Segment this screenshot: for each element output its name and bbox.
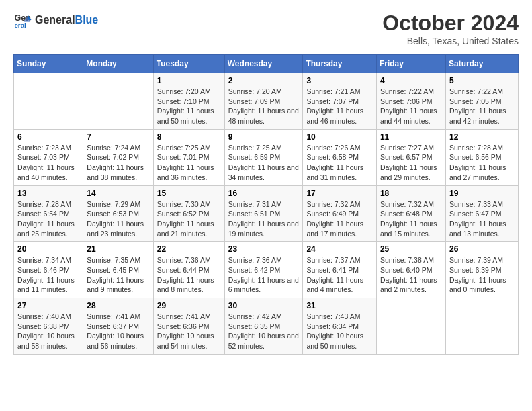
- day-info: Sunrise: 7:41 AM Sunset: 6:36 PM Dayligh…: [157, 312, 221, 351]
- weekday-header: Tuesday: [153, 55, 224, 73]
- calendar-cell: 4Sunrise: 7:22 AM Sunset: 7:06 PM Daylig…: [376, 73, 445, 130]
- day-info: Sunrise: 7:38 AM Sunset: 6:40 PM Dayligh…: [380, 255, 442, 295]
- calendar-week-row: 27Sunrise: 7:40 AM Sunset: 6:38 PM Dayli…: [14, 298, 519, 355]
- day-info: Sunrise: 7:24 AM Sunset: 7:02 PM Dayligh…: [87, 143, 149, 183]
- calendar-cell: 15Sunrise: 7:30 AM Sunset: 6:52 PM Dayli…: [153, 185, 224, 242]
- calendar-cell: 11Sunrise: 7:27 AM Sunset: 6:57 PM Dayli…: [376, 129, 445, 185]
- calendar-cell: 24Sunrise: 7:37 AM Sunset: 6:41 PM Dayli…: [303, 242, 377, 298]
- day-number: 14: [87, 189, 149, 198]
- calendar-week-row: 1Sunrise: 7:20 AM Sunset: 7:10 PM Daylig…: [14, 73, 519, 130]
- day-info: Sunrise: 7:32 AM Sunset: 6:48 PM Dayligh…: [380, 199, 442, 239]
- calendar-cell: 3Sunrise: 7:21 AM Sunset: 7:07 PM Daylig…: [303, 73, 377, 130]
- calendar-cell: 30Sunrise: 7:42 AM Sunset: 6:35 PM Dayli…: [224, 298, 303, 355]
- day-info: Sunrise: 7:33 AM Sunset: 6:47 PM Dayligh…: [449, 199, 515, 239]
- day-number: 24: [306, 244, 373, 254]
- calendar-cell: 29Sunrise: 7:41 AM Sunset: 6:36 PM Dayli…: [153, 298, 224, 355]
- day-info: Sunrise: 7:36 AM Sunset: 6:44 PM Dayligh…: [157, 255, 221, 295]
- calendar-cell: 25Sunrise: 7:38 AM Sunset: 6:40 PM Dayli…: [376, 242, 445, 298]
- day-number: 11: [380, 132, 442, 142]
- day-info: Sunrise: 7:28 AM Sunset: 6:56 PM Dayligh…: [449, 143, 515, 183]
- weekday-header: Friday: [376, 55, 445, 73]
- day-info: Sunrise: 7:20 AM Sunset: 7:10 PM Dayligh…: [157, 87, 221, 126]
- calendar-cell: 12Sunrise: 7:28 AM Sunset: 6:56 PM Dayli…: [445, 129, 518, 185]
- logo-line1: General: [35, 14, 75, 26]
- day-info: Sunrise: 7:28 AM Sunset: 6:54 PM Dayligh…: [17, 199, 79, 239]
- day-info: Sunrise: 7:30 AM Sunset: 6:52 PM Dayligh…: [157, 199, 221, 239]
- day-info: Sunrise: 7:42 AM Sunset: 6:35 PM Dayligh…: [228, 312, 300, 351]
- calendar-cell: [83, 73, 153, 130]
- day-info: Sunrise: 7:37 AM Sunset: 6:41 PM Dayligh…: [306, 255, 373, 295]
- day-info: Sunrise: 7:25 AM Sunset: 7:01 PM Dayligh…: [157, 143, 221, 183]
- day-info: Sunrise: 7:23 AM Sunset: 7:03 PM Dayligh…: [17, 143, 79, 183]
- day-number: 25: [380, 244, 442, 254]
- day-number: 18: [380, 189, 442, 198]
- calendar-cell: 20Sunrise: 7:34 AM Sunset: 6:46 PM Dayli…: [14, 242, 83, 298]
- calendar-cell: 31Sunrise: 7:43 AM Sunset: 6:34 PM Dayli…: [303, 298, 377, 355]
- day-info: Sunrise: 7:27 AM Sunset: 6:57 PM Dayligh…: [380, 143, 442, 183]
- day-info: Sunrise: 7:29 AM Sunset: 6:53 PM Dayligh…: [87, 199, 149, 239]
- day-number: 26: [449, 244, 515, 254]
- day-number: 20: [17, 244, 79, 254]
- day-info: Sunrise: 7:35 AM Sunset: 6:45 PM Dayligh…: [87, 255, 149, 295]
- day-info: Sunrise: 7:39 AM Sunset: 6:39 PM Dayligh…: [449, 255, 515, 295]
- day-number: 4: [380, 76, 442, 85]
- day-number: 21: [87, 244, 149, 254]
- calendar-cell: 10Sunrise: 7:26 AM Sunset: 6:58 PM Dayli…: [303, 129, 377, 185]
- calendar-cell: 23Sunrise: 7:36 AM Sunset: 6:42 PM Dayli…: [224, 242, 303, 298]
- day-info: Sunrise: 7:31 AM Sunset: 6:51 PM Dayligh…: [228, 199, 300, 239]
- day-info: Sunrise: 7:40 AM Sunset: 6:38 PM Dayligh…: [17, 312, 79, 351]
- day-number: 10: [306, 132, 373, 142]
- calendar-cell: 28Sunrise: 7:41 AM Sunset: 6:37 PM Dayli…: [83, 298, 153, 355]
- calendar-cell: 5Sunrise: 7:22 AM Sunset: 7:05 PM Daylig…: [445, 73, 518, 130]
- calendar-cell: 16Sunrise: 7:31 AM Sunset: 6:51 PM Dayli…: [224, 185, 303, 242]
- calendar-cell: 17Sunrise: 7:32 AM Sunset: 6:49 PM Dayli…: [303, 185, 377, 242]
- day-number: 2: [228, 76, 300, 85]
- day-info: Sunrise: 7:26 AM Sunset: 6:58 PM Dayligh…: [306, 143, 373, 183]
- calendar-cell: 27Sunrise: 7:40 AM Sunset: 6:38 PM Dayli…: [14, 298, 83, 355]
- weekday-header: Monday: [83, 55, 153, 73]
- day-number: 17: [306, 189, 373, 198]
- calendar-cell: [445, 298, 518, 355]
- logo-icon: Gen eral: [13, 11, 32, 30]
- calendar-cell: 26Sunrise: 7:39 AM Sunset: 6:39 PM Dayli…: [445, 242, 518, 298]
- day-number: 6: [17, 132, 79, 142]
- day-number: 9: [228, 132, 300, 142]
- day-number: 31: [306, 301, 373, 310]
- day-number: 22: [157, 244, 221, 254]
- weekday-header: Thursday: [303, 55, 377, 73]
- calendar-cell: 21Sunrise: 7:35 AM Sunset: 6:45 PM Dayli…: [83, 242, 153, 298]
- calendar-week-row: 20Sunrise: 7:34 AM Sunset: 6:46 PM Dayli…: [14, 242, 519, 298]
- calendar-cell: 2Sunrise: 7:20 AM Sunset: 7:09 PM Daylig…: [224, 73, 303, 130]
- day-info: Sunrise: 7:22 AM Sunset: 7:05 PM Dayligh…: [449, 87, 515, 126]
- day-number: 29: [157, 301, 221, 310]
- day-number: 1: [157, 76, 221, 85]
- calendar-cell: 13Sunrise: 7:28 AM Sunset: 6:54 PM Dayli…: [14, 185, 83, 242]
- day-info: Sunrise: 7:21 AM Sunset: 7:07 PM Dayligh…: [306, 87, 373, 126]
- day-number: 23: [228, 244, 300, 254]
- day-info: Sunrise: 7:43 AM Sunset: 6:34 PM Dayligh…: [306, 312, 373, 351]
- day-info: Sunrise: 7:36 AM Sunset: 6:42 PM Dayligh…: [228, 255, 300, 295]
- calendar-cell: 19Sunrise: 7:33 AM Sunset: 6:47 PM Dayli…: [445, 185, 518, 242]
- day-number: 27: [17, 301, 79, 310]
- day-number: 7: [87, 132, 149, 142]
- day-number: 3: [306, 76, 373, 85]
- calendar-cell: [376, 298, 445, 355]
- header: Gen eral GeneralBlue October 2024 Bells,…: [13, 11, 519, 46]
- logo-line2: Blue: [75, 14, 99, 26]
- day-info: Sunrise: 7:34 AM Sunset: 6:46 PM Dayligh…: [17, 255, 79, 295]
- logo: Gen eral GeneralBlue: [13, 11, 98, 30]
- calendar-cell: [14, 73, 83, 130]
- weekday-header: Sunday: [14, 55, 83, 73]
- calendar-cell: 6Sunrise: 7:23 AM Sunset: 7:03 PM Daylig…: [14, 129, 83, 185]
- calendar-week-row: 13Sunrise: 7:28 AM Sunset: 6:54 PM Dayli…: [14, 185, 519, 242]
- calendar-cell: 22Sunrise: 7:36 AM Sunset: 6:44 PM Dayli…: [153, 242, 224, 298]
- day-number: 12: [449, 132, 515, 142]
- day-number: 13: [17, 189, 79, 198]
- day-number: 8: [157, 132, 221, 142]
- calendar-cell: 9Sunrise: 7:25 AM Sunset: 6:59 PM Daylig…: [224, 129, 303, 185]
- calendar-week-row: 6Sunrise: 7:23 AM Sunset: 7:03 PM Daylig…: [14, 129, 519, 185]
- calendar-cell: 14Sunrise: 7:29 AM Sunset: 6:53 PM Dayli…: [83, 185, 153, 242]
- calendar-cell: 18Sunrise: 7:32 AM Sunset: 6:48 PM Dayli…: [376, 185, 445, 242]
- calendar-table: SundayMondayTuesdayWednesdayThursdayFrid…: [13, 54, 519, 355]
- day-number: 30: [228, 301, 300, 310]
